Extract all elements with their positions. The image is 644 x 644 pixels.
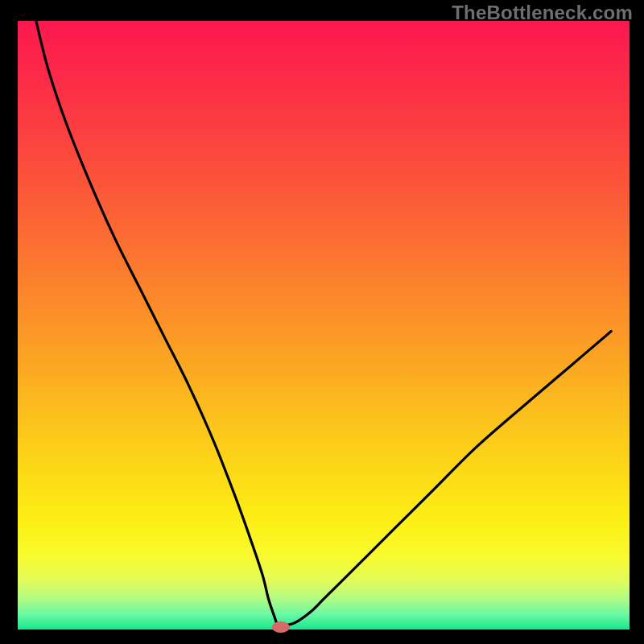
bottleneck-chart	[0, 0, 644, 644]
chart-frame: TheBottleneck.com	[0, 0, 644, 644]
plot-background	[18, 21, 630, 630]
watermark-text: TheBottleneck.com	[452, 2, 633, 24]
optimal-point-marker	[272, 621, 290, 633]
